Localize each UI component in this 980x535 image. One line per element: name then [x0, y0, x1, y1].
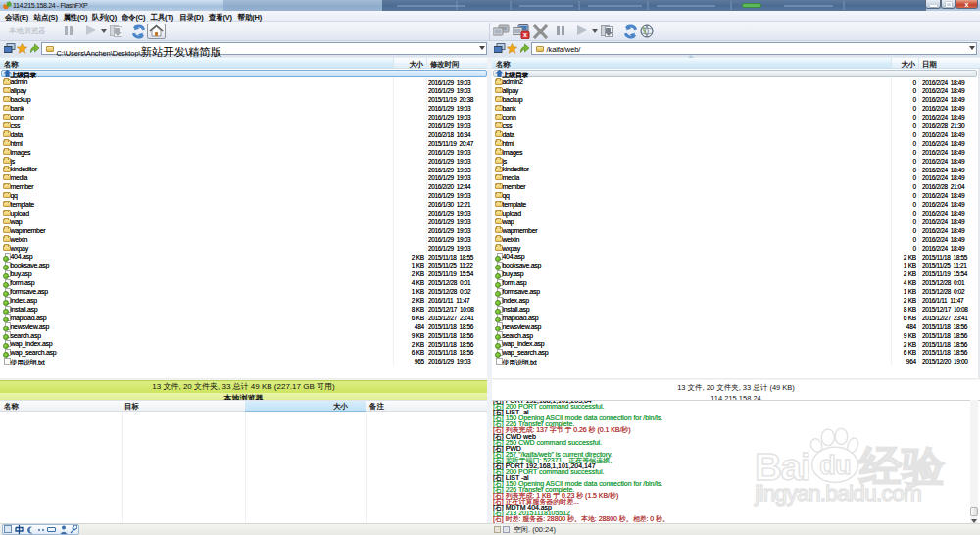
svg-text:x: x: [523, 31, 527, 38]
